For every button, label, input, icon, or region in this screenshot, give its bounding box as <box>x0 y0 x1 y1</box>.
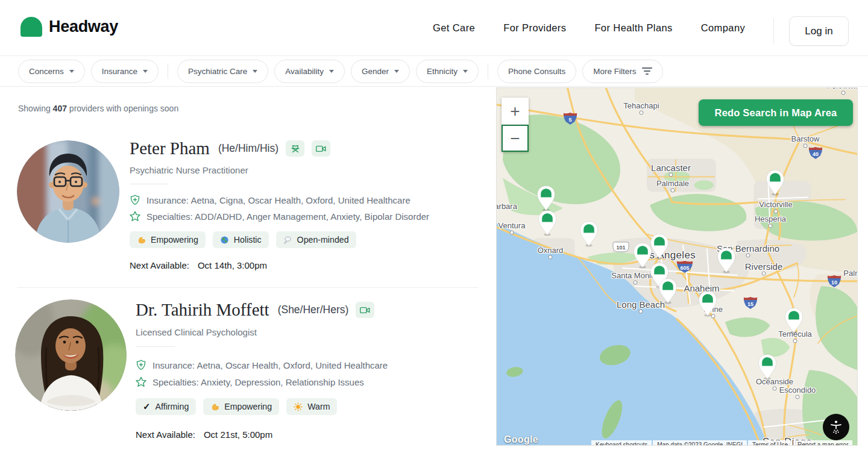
map-zoom-out-button[interactable]: − <box>502 125 529 152</box>
results-summary: Showing 407 providers with openings soon <box>18 104 178 113</box>
thought-bubble-icon <box>283 236 292 245</box>
specialties-list: Anxiety, Depression, Relationship Issues <box>201 377 364 387</box>
results-panel: Showing 407 providers with openings soon <box>0 87 489 468</box>
accessibility-button[interactable] <box>823 414 849 440</box>
map-zoom-in-button[interactable]: + <box>502 98 529 125</box>
filter-gender[interactable]: Gender <box>351 60 410 83</box>
map-city-dot <box>510 231 514 235</box>
chevron-down-icon <box>329 70 334 73</box>
map-city-dot <box>793 339 797 343</box>
filter-phone-consults[interactable]: Phone Consults <box>497 60 576 83</box>
provider-map-pin[interactable] <box>784 307 804 334</box>
nav-company[interactable]: Company <box>701 22 745 34</box>
insurance-list: Aetna, Oscar Health, Oxford, United Heal… <box>197 360 388 370</box>
filter-availability[interactable]: Availability <box>274 60 345 83</box>
map-city-label: Riverside <box>745 261 783 272</box>
map-city-dot <box>796 395 800 399</box>
provider-map-pin[interactable] <box>658 278 678 304</box>
next-available-value: Oct 21st, 5:00pm <box>204 429 272 440</box>
headway-logo-icon <box>20 17 42 37</box>
map-attribution: Keyboard shortcuts Map data ©2023 Google… <box>591 440 852 446</box>
chair-icon <box>290 143 301 154</box>
highway-shield-15: 15 <box>744 297 758 309</box>
map[interactable]: TehachapiBarstowFort IrwinLancasterPalmd… <box>496 87 858 446</box>
nav-for-health-plans[interactable]: For Health Plans <box>594 22 672 34</box>
next-available-value: Oct 14th, 3:00pm <box>198 260 267 270</box>
provider-name-row[interactable]: Dr. Tahirih Moffett (She/Her/Hers) <box>136 300 374 320</box>
headway-logo[interactable]: Headway <box>20 17 118 37</box>
results-count: 407 <box>53 104 67 113</box>
map-city-dot <box>841 91 846 95</box>
nav-for-providers[interactable]: For Providers <box>503 22 566 34</box>
tag-empowering: Empowering <box>203 398 279 415</box>
google-logo[interactable]: Google <box>504 434 538 445</box>
shield-plus-icon <box>135 359 147 371</box>
chevron-down-icon <box>394 70 399 73</box>
provider-pronouns: (She/Her/Hers) <box>278 304 349 316</box>
main-nav: Get Care For Providers For Health Plans … <box>433 0 745 55</box>
chevron-down-icon <box>463 70 468 73</box>
map-city-dot <box>669 173 673 177</box>
highway-shield-40: 40 <box>809 147 823 159</box>
filter-concerns[interactable]: Concerns <box>18 60 85 83</box>
map-city-label: Tehachapi <box>623 101 659 110</box>
personality-tags: Empowering Holistic Open-minded <box>130 231 356 248</box>
map-city-dot <box>774 210 778 214</box>
filter-psychiatric-care[interactable]: Psychiatric Care <box>177 60 268 83</box>
map-data-text: Map data ©2023 Google, INEGI <box>653 440 747 446</box>
provider-map-pin[interactable] <box>716 247 737 273</box>
map-city-dot <box>549 255 553 260</box>
map-city-label: Lancaster <box>651 163 691 173</box>
login-button[interactable]: Log in <box>789 16 849 46</box>
provider-avatar[interactable] <box>15 299 127 411</box>
tag-open-minded: Open-minded <box>276 231 356 248</box>
report-map-error-link[interactable]: Report a map error <box>793 440 852 446</box>
provider-title: Psychiatric Nurse Practitioner <box>130 165 248 175</box>
provider-name-row[interactable]: Peter Pham (He/Him/His) <box>130 139 330 158</box>
nav-divider <box>773 18 774 43</box>
provider-title: Licensed Clinical Psychologist <box>136 327 257 337</box>
shield-plus-icon <box>129 194 141 206</box>
redo-search-button[interactable]: Redo Search in Map Area <box>699 99 853 126</box>
map-city-dot <box>773 387 777 391</box>
highway-shield-10: 10 <box>828 275 841 287</box>
highway-shield-605: 605 <box>677 261 693 273</box>
filter-divider <box>168 63 168 79</box>
map-city-dot <box>746 254 750 258</box>
filter-bar: Concerns Insurance Psychiatric Care Avai… <box>0 56 868 87</box>
provider-map-pin[interactable] <box>537 210 558 236</box>
chevron-down-icon <box>253 70 257 73</box>
filter-insurance[interactable]: Insurance <box>91 60 159 83</box>
map-city-dot <box>671 189 675 193</box>
headway-logo-text: Headway <box>49 17 118 36</box>
provider-map-pin[interactable] <box>536 185 556 211</box>
map-city-label: Palmdale <box>656 179 689 188</box>
nav-get-care[interactable]: Get Care <box>433 22 475 34</box>
video-camera-icon <box>315 144 327 154</box>
provider-map-pin[interactable] <box>765 169 785 196</box>
filter-ethnicity[interactable]: Ethnicity <box>416 60 479 83</box>
provider-avatar[interactable] <box>17 140 119 243</box>
map-city-dot <box>769 224 773 228</box>
filter-more-filters[interactable]: More Filters <box>582 60 662 83</box>
flex-arm-icon <box>210 402 219 411</box>
accessibility-person-icon <box>828 419 844 435</box>
tag-warm: Warm <box>286 398 337 415</box>
specialties-row: Specialties: Anxiety, Depression, Relati… <box>135 376 364 388</box>
map-city-label: Ventura <box>498 221 526 230</box>
in-person-badge <box>286 140 304 157</box>
insurance-row: Insurance: Aetna, Oscar Health, Oxford, … <box>135 359 388 371</box>
specialties-list: ADD/ADHD, Anger Management, Anxiety, Bip… <box>195 211 429 222</box>
provider-map-pin[interactable] <box>579 220 599 247</box>
map-city-label: Hesperia <box>755 214 786 223</box>
keyboard-shortcuts-link[interactable]: Keyboard shortcuts <box>591 440 652 446</box>
chevron-down-icon <box>69 70 74 73</box>
terms-of-use-link[interactable]: Terms of Use <box>748 440 792 446</box>
provider-map-pin[interactable] <box>757 354 778 380</box>
star-icon <box>129 210 141 222</box>
tag-affirming: ✓ Affirming <box>136 398 196 415</box>
top-navbar: Headway Get Care For Providers For Healt… <box>0 0 868 56</box>
map-city-dot <box>639 310 643 314</box>
provider-map-pin[interactable] <box>697 290 718 317</box>
personality-tags: ✓ Affirming Empowering Warm <box>136 398 337 415</box>
